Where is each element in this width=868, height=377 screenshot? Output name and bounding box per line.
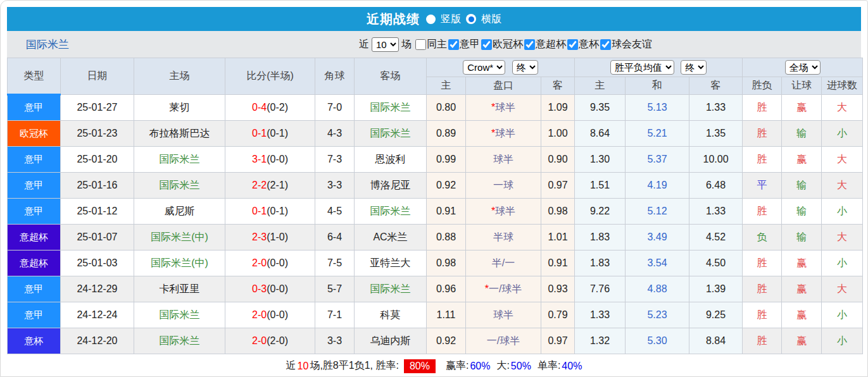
score-cell: 0-4(0-2) (225, 95, 315, 121)
horizontal-layout-radio[interactable] (466, 14, 476, 24)
summary-prefix: 近 (286, 359, 296, 373)
odds-away: 0.91 (541, 250, 575, 276)
league-type-badge: 意甲 (8, 302, 61, 328)
score-cell: 2-0(2-0) (225, 328, 315, 354)
away-team: 乌迪内斯 (355, 328, 427, 354)
league-type-badge: 意超杯 (8, 250, 61, 276)
big-rate: 50% (511, 361, 531, 372)
odds-handicap: 一/球半 (466, 328, 541, 354)
away-team: 国际米兰 (355, 276, 427, 302)
match-date: 25-01-23 (61, 121, 134, 147)
fulltime-score: 0-3 (252, 283, 267, 294)
col-header-odds-away: 客 (541, 77, 575, 95)
league-filter-checkbox[interactable] (481, 39, 492, 50)
score-cell: 0-1(0-1) (225, 121, 315, 147)
col-header-handicap-result: 让球 (782, 77, 822, 95)
fulltime-score: 0-1 (252, 128, 267, 139)
table-row: 欧冠杯 25-01-23 布拉格斯巴达 0-1(0-1) 4-3 国际米兰 0.… (8, 121, 863, 147)
league-filter-checkbox[interactable] (448, 39, 459, 50)
odds-home: 0.92 (427, 328, 466, 354)
mean-home: 1.83 (575, 225, 626, 250)
corner-count: 4-3 (315, 121, 355, 147)
halftime-score: (0-0) (267, 309, 288, 320)
team-name: 国际米兰 (26, 37, 69, 52)
mean-away: 4.50 (689, 250, 743, 276)
scope-select[interactable]: 全场 (785, 60, 821, 75)
match-count-select[interactable]: 10 (372, 37, 399, 52)
col-header-type[interactable]: 类型 (8, 58, 61, 95)
handicap-win-rate: 60% (470, 361, 490, 372)
mean-type-select[interactable]: 胜平负均值 (610, 60, 674, 75)
home-team: 国际米兰 (134, 328, 225, 354)
goals-result: 小 (822, 199, 863, 225)
vertical-layout-label[interactable]: 竖版 (441, 13, 461, 26)
odds-home: 0.98 (427, 250, 466, 276)
big-label: 大: (496, 359, 509, 373)
away-team: 国际米兰 (355, 95, 427, 121)
odds-state-select[interactable]: 终 (512, 60, 538, 75)
league-filter-item[interactable]: 意杯 (566, 38, 599, 51)
col-header-mean-draw: 和 (626, 77, 689, 95)
score-cell: 0-1(0-1) (225, 199, 315, 225)
league-filter-item[interactable]: 欧冠杯 (480, 38, 523, 51)
horizontal-layout-label[interactable]: 横版 (481, 13, 501, 26)
fulltime-score: 2-2 (252, 180, 267, 190)
league-filter-checkbox[interactable] (524, 39, 535, 50)
table-row: 意杯 24-12-20 国际米兰 2-0(2-0) 3-3 乌迪内斯 0.92 … (8, 328, 863, 354)
league-type-badge: 意超杯 (8, 225, 61, 250)
league-filter-item[interactable]: 意超杯 (523, 38, 566, 51)
vertical-layout-radio[interactable] (426, 15, 436, 24)
handicap-result: 输 (782, 199, 822, 225)
home-team: 国际米兰 (134, 173, 225, 199)
table-row: 意甲 24-12-24 国际米兰 2-0(0-0) 7-1 科莫 1.11 球半… (8, 302, 863, 328)
league-filter-label: 意杯 (579, 38, 599, 51)
mean-home: 7.76 (575, 276, 626, 302)
league-type-badge: 意甲 (8, 147, 61, 173)
match-date: 24-12-20 (61, 328, 134, 354)
league-filter-checkbox[interactable] (567, 39, 578, 50)
match-date: 25-01-07 (61, 225, 134, 250)
odds-home: 0.88 (427, 225, 466, 250)
league-filter-label: 意超杯 (536, 38, 566, 51)
mean-home: 1.32 (575, 328, 626, 354)
table-row: 意甲 25-01-16 国际米兰 2-2(2-1) 3-3 博洛尼亚 0.92 … (8, 173, 863, 199)
odds-home: 0.96 (427, 276, 466, 302)
corner-count: 7-3 (315, 147, 355, 173)
handicap-result: 赢 (782, 276, 822, 302)
league-filter-item[interactable]: 意甲 (447, 38, 480, 51)
mean-draw: 5.30 (626, 328, 689, 354)
mean-draw: 4.19 (626, 173, 689, 199)
table-row: 意超杯 25-01-03 国际米兰(中) 2-0(0-0) 7-5 亚特兰大 0… (8, 250, 863, 276)
mean-away: 8.84 (689, 328, 743, 354)
wdl-result: 负 (743, 225, 782, 250)
league-type-badge: 意杯 (8, 328, 61, 354)
mean-home: 8.64 (575, 121, 626, 147)
league-filter-item[interactable]: 球会友谊 (599, 38, 652, 51)
col-header-mean-away: 客 (689, 77, 743, 95)
wdl-result: 胜 (743, 147, 782, 173)
handicap-win-label: 赢率: (446, 359, 469, 373)
handicap-result: 赢 (782, 328, 822, 354)
mean-away: 1.33 (689, 95, 743, 121)
goals-result: 大 (822, 225, 863, 250)
mean-away: 1.35 (689, 121, 743, 147)
league-filter-item[interactable]: 同主 (414, 38, 447, 51)
league-type-badge: 意甲 (8, 95, 61, 121)
handicap-text: 球半 (493, 154, 513, 164)
home-team: 国际米兰 (134, 302, 225, 328)
odds-handicap: *球半 (466, 121, 541, 147)
league-filter-checkbox[interactable] (600, 39, 611, 50)
league-filter-checkbox[interactable] (415, 39, 426, 50)
handicap-result: 赢 (782, 302, 822, 328)
odds-home: 0.99 (427, 147, 466, 173)
odds-home: 0.91 (427, 199, 466, 225)
odds-company-select[interactable]: Crow* (463, 60, 505, 75)
halftime-score: (0-1) (267, 128, 288, 139)
mean-state-select[interactable]: 终 (681, 60, 707, 75)
mean-draw: 4.88 (626, 276, 689, 302)
col-header-home: 主场 (134, 58, 225, 95)
table-row: 意甲 25-01-20 国际米兰 3-1(0-0) 7-3 恩波利 0.99 球… (8, 147, 863, 173)
matches-label: 场 (401, 38, 412, 51)
handicap-text: 一/球半 (489, 283, 522, 294)
mean-home: 9.22 (575, 199, 626, 225)
